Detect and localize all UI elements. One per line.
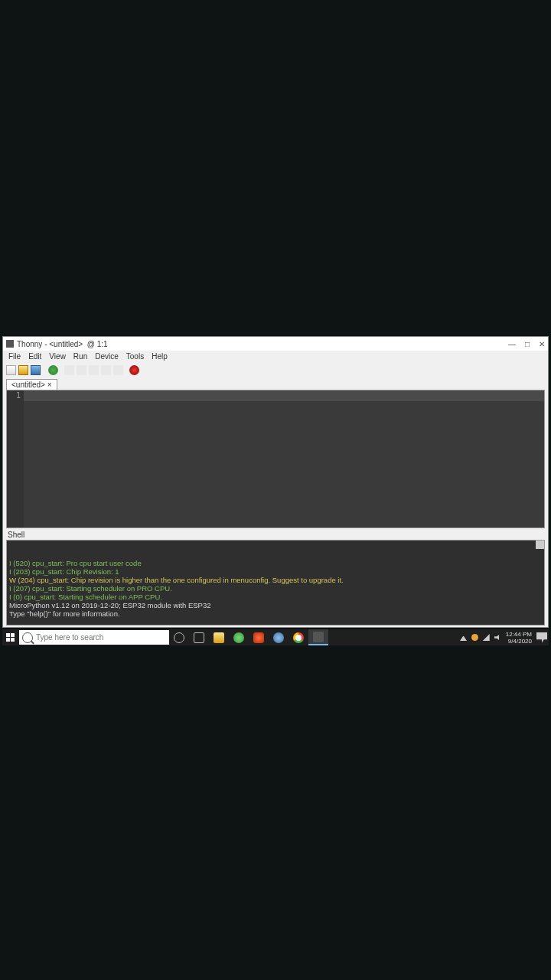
menu-run[interactable]: Run [70, 352, 91, 361]
search-placeholder: Type here to search [36, 633, 103, 642]
menu-file[interactable]: File [5, 352, 24, 361]
minimize-button[interactable]: — [508, 340, 516, 348]
menu-tools[interactable]: Tools [122, 352, 148, 361]
chrome-button[interactable] [289, 629, 308, 645]
brave-button[interactable] [249, 629, 269, 645]
tray-overflow-icon[interactable] [460, 634, 467, 641]
taskbar-app-1[interactable] [229, 629, 249, 645]
shell-panel-label: Shell [3, 528, 548, 540]
debug-icon[interactable] [64, 365, 74, 375]
line-gutter: 1 [7, 390, 24, 528]
thonny-window: Thonny - <untitled> @ 1:1 — □ ✕ File Edi… [2, 336, 549, 628]
taskbar: Type here to search 12:44 PM 9/4/2020 [2, 629, 549, 645]
brave-icon [253, 632, 264, 643]
step-over-icon[interactable] [77, 365, 86, 375]
new-file-icon[interactable] [6, 365, 16, 375]
tab-untitled[interactable]: <untitled> × [6, 379, 57, 390]
save-file-icon[interactable] [31, 365, 41, 375]
system-tray: 12:44 PM 9/4/2020 [460, 631, 549, 645]
cortana-button[interactable] [169, 629, 189, 645]
network-icon[interactable] [483, 634, 490, 641]
scroll-up-icon[interactable] [536, 541, 544, 549]
open-file-icon[interactable] [18, 365, 28, 375]
search-icon [22, 632, 33, 643]
shell-line: MicroPython v1.12 on 2019-12-20; ESP32 m… [9, 601, 211, 609]
thonny-taskbar-button[interactable] [308, 629, 328, 645]
tab-close-icon[interactable]: × [47, 381, 52, 389]
toolbar [3, 362, 548, 377]
menu-view[interactable]: View [45, 352, 70, 361]
app-icon [233, 632, 244, 643]
menu-edit[interactable]: Edit [24, 352, 45, 361]
menu-help[interactable]: Help [148, 352, 171, 361]
chrome-icon [293, 632, 304, 643]
shell-line: W (204) cpu_start: Chip revision is high… [9, 576, 344, 584]
titlebar[interactable]: Thonny - <untitled> @ 1:1 — □ ✕ [3, 337, 548, 351]
editor-tabs: <untitled> × [3, 377, 548, 390]
task-view-button[interactable] [189, 629, 209, 645]
shell-panel[interactable]: I (520) cpu_start: Pro cpu start user co… [6, 540, 545, 626]
app-icon [273, 632, 284, 643]
windows-icon [6, 633, 15, 642]
cortana-icon [174, 632, 184, 643]
line-number: 1 [7, 390, 24, 400]
close-button[interactable]: ✕ [539, 340, 545, 348]
active-line[interactable] [24, 390, 544, 401]
taskbar-app-2[interactable] [269, 629, 289, 645]
step-into-icon[interactable] [89, 365, 99, 375]
shell-line: Type "help()" for more information. [9, 609, 120, 618]
volume-icon[interactable] [494, 634, 501, 641]
stop-icon[interactable] [129, 365, 139, 375]
tray-status-icon[interactable] [471, 634, 478, 641]
search-box[interactable]: Type here to search [19, 630, 169, 645]
shell-line: I (520) cpu_start: Pro cpu start user co… [9, 559, 142, 567]
code-editor[interactable]: 1 [6, 390, 545, 528]
file-explorer-button[interactable] [209, 629, 229, 645]
clock[interactable]: 12:44 PM 9/4/2020 [506, 631, 532, 645]
thonny-icon [313, 632, 324, 642]
window-title: Thonny - <untitled> @ 1:1 [17, 340, 508, 348]
run-icon[interactable] [48, 365, 58, 375]
task-view-icon [194, 632, 204, 643]
shell-line: I (0) cpu_start: Starting scheduler on A… [9, 593, 162, 601]
shell-line: I (207) cpu_start: Starting scheduler on… [9, 584, 172, 593]
file-explorer-icon [214, 632, 224, 643]
notifications-icon[interactable] [536, 632, 547, 643]
step-out-icon[interactable] [101, 365, 111, 375]
menubar: File Edit View Run Device Tools Help [3, 351, 548, 362]
shell-line: I (203) cpu_start: Chip Revision: 1 [9, 567, 119, 576]
resume-icon[interactable] [113, 365, 123, 375]
maximize-button[interactable]: □ [525, 340, 530, 348]
menu-device[interactable]: Device [91, 352, 122, 361]
start-button[interactable] [2, 629, 18, 645]
app-icon [6, 340, 14, 348]
